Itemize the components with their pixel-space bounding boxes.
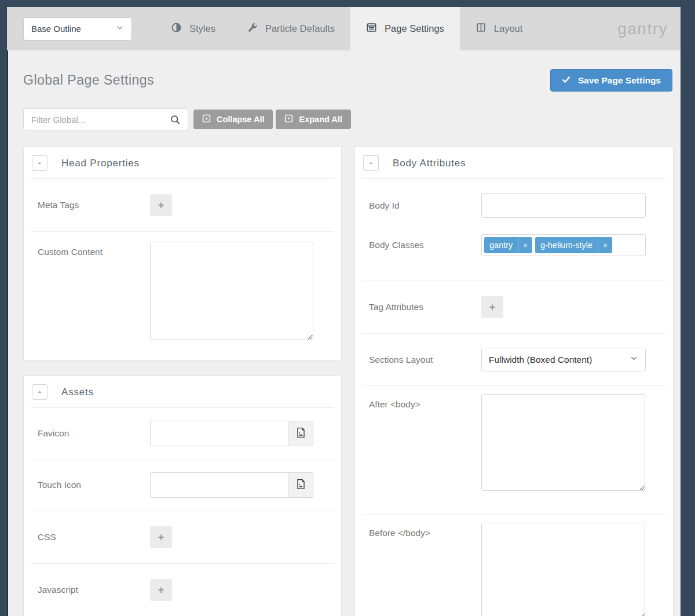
panel-title: Body Attributes <box>393 158 466 169</box>
panel-title: Head Properties <box>61 158 140 169</box>
body-classes-input[interactable]: gantry × g-helium-style × <box>481 234 646 256</box>
caret-square-down-icon <box>284 114 293 125</box>
tab-label: Page Settings <box>385 23 444 34</box>
sections-layout-value: Fullwidth (Boxed Content) <box>489 355 592 365</box>
body-id-input[interactable] <box>481 193 646 218</box>
panel-header: Head Properties <box>31 147 334 179</box>
check-icon <box>562 75 570 86</box>
tab-layout[interactable]: Layout <box>460 7 539 50</box>
caret-square-up-icon <box>202 114 211 125</box>
file-image-icon <box>295 427 306 440</box>
body-attributes-panel: Body Attributes Body Id Body Classes gan… <box>354 147 674 616</box>
favicon-input-group <box>150 421 313 446</box>
collapse-toggle-button[interactable] <box>363 155 379 171</box>
field-label: Touch Icon <box>38 480 150 490</box>
panel-title: Assets <box>61 387 94 398</box>
expand-all-label: Expand All <box>299 115 342 124</box>
assets-panel: Assets Favicon Touch Icon <box>23 376 342 616</box>
contrast-icon <box>171 22 182 35</box>
left-column: Head Properties Meta Tags + Custom Conte… <box>23 147 342 616</box>
tab-styles[interactable]: Styles <box>155 7 231 50</box>
field-meta-tags: Meta Tags + <box>31 179 334 231</box>
field-label: Meta Tags <box>38 200 150 210</box>
pages-icon <box>366 22 377 35</box>
class-tag-label: g-helium-style <box>535 237 598 253</box>
field-touch-icon: Touch Icon <box>31 459 334 511</box>
remove-tag-icon[interactable]: × <box>598 237 612 253</box>
collapse-toggle-button[interactable] <box>32 155 47 171</box>
top-tabbar: Base Outline Styles Particle Defaults <box>7 7 681 50</box>
expand-all-button[interactable]: Expand All <box>276 110 350 129</box>
collapse-all-button[interactable]: Collapse All <box>193 110 273 129</box>
page-frame: Base Outline Styles Particle Defaults <box>7 7 681 616</box>
right-column: Body Attributes Body Id Body Classes gan… <box>354 147 674 616</box>
field-before-body: Before </body> <box>362 514 666 616</box>
before-body-textarea[interactable] <box>481 523 645 616</box>
tab-label: Styles <box>189 23 215 34</box>
head-properties-panel: Head Properties Meta Tags + Custom Conte… <box>23 147 342 360</box>
class-tag-label: gantry <box>484 237 518 253</box>
outline-selector[interactable]: Base Outline <box>23 17 132 41</box>
class-tag: gantry × <box>484 237 532 253</box>
field-label: Custom Content <box>38 242 150 257</box>
collapse-toggle-button[interactable] <box>32 384 47 400</box>
field-body-id: Body Id <box>362 179 666 228</box>
field-label: After <body> <box>369 394 481 410</box>
add-css-button[interactable]: + <box>150 526 172 548</box>
custom-content-textarea[interactable] <box>150 242 313 340</box>
pick-image-button[interactable] <box>288 421 313 446</box>
columns-icon <box>475 22 487 35</box>
remove-tag-icon[interactable]: × <box>518 237 532 253</box>
tab-list: Styles Particle Defaults Page Settings L… <box>155 7 538 50</box>
tab-page-settings[interactable]: Page Settings <box>350 7 460 50</box>
field-css: CSS + <box>31 511 334 563</box>
filter-input[interactable] <box>24 109 188 130</box>
touch-icon-input[interactable] <box>150 472 288 498</box>
save-button-label: Save Page Settings <box>578 75 661 86</box>
tab-label: Layout <box>494 23 523 34</box>
tab-label: Particle Defaults <box>265 23 335 34</box>
save-page-settings-button[interactable]: Save Page Settings <box>550 69 672 92</box>
collapse-all-label: Collapse All <box>217 115 264 124</box>
field-javascript: Javascript + <box>31 563 334 616</box>
pick-image-button[interactable] <box>288 472 313 498</box>
panel-header: Body Attributes <box>362 147 666 179</box>
touch-icon-input-group <box>150 472 313 498</box>
class-tag: g-helium-style × <box>535 237 612 253</box>
field-label: Tag Attributes <box>369 302 481 312</box>
field-favicon: Favicon <box>31 408 334 459</box>
outline-selector-value: Base Outline <box>31 24 81 34</box>
field-label: Before </body> <box>369 523 481 538</box>
field-label: Favicon <box>38 428 150 439</box>
main-content: Head Properties Meta Tags + Custom Conte… <box>7 130 681 616</box>
field-sections-layout: Sections Layout Fullwidth (Boxed Content… <box>362 333 666 385</box>
file-image-icon <box>295 479 306 492</box>
field-custom-content: Custom Content <box>31 231 334 360</box>
field-tag-attributes: Tag Attributes + <box>362 280 666 333</box>
field-body-classes: Body Classes gantry × g-helium-style × <box>362 228 666 280</box>
field-after-body: After <body> <box>362 385 666 514</box>
add-meta-tag-button[interactable]: + <box>150 194 172 216</box>
chevron-down-icon <box>116 24 124 34</box>
favicon-input[interactable] <box>150 421 288 446</box>
toolbar: Collapse All Expand All <box>7 92 681 130</box>
sections-layout-select[interactable]: Fullwidth (Boxed Content) <box>481 348 646 371</box>
field-label: CSS <box>38 532 150 542</box>
after-body-textarea[interactable] <box>481 394 645 491</box>
wrench-icon <box>247 22 258 35</box>
chevron-down-icon <box>630 354 638 365</box>
field-label: Javascript <box>38 585 150 595</box>
filter-box <box>23 108 188 130</box>
field-label: Sections Layout <box>369 355 481 365</box>
page-title: Global Page Settings <box>23 72 154 88</box>
field-label: Body Classes <box>369 240 481 250</box>
gantry-logo: gantry <box>617 20 668 38</box>
page-header: Global Page Settings Save Page Settings <box>7 50 681 92</box>
add-tag-attribute-button[interactable]: + <box>481 296 503 318</box>
search-icon <box>170 114 181 128</box>
add-javascript-button[interactable]: + <box>150 579 172 601</box>
field-label: Body Id <box>369 201 481 211</box>
tab-particle-defaults[interactable]: Particle Defaults <box>231 7 350 50</box>
panel-header: Assets <box>31 376 334 408</box>
